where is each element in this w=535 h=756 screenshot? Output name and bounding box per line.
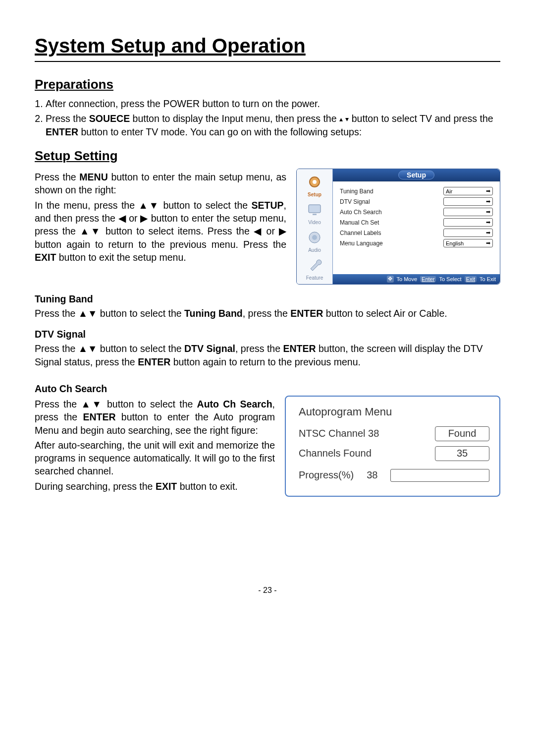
menu-bold: MENU <box>79 172 107 182</box>
osd-cat-audio-label: Audio <box>308 247 321 253</box>
svg-rect-2 <box>309 205 321 213</box>
svg-point-5 <box>312 235 317 240</box>
dtv-signal-text: Press the ▲▼ button to select the DTV Si… <box>35 342 500 368</box>
osd-row-label: Auto Ch Search <box>340 209 382 216</box>
autoprogram-row2-value-box: 35 <box>435 446 489 461</box>
t: button to exit the setup menu. <box>56 252 186 263</box>
osd-footer: ✥ To Move Enter To Select Exit To Exit <box>333 274 500 284</box>
osd-row-label: Manual Ch Set <box>340 219 379 226</box>
subhead-dtv-signal: DTV Signal <box>35 329 500 340</box>
osd-row-label: DTV Signal <box>340 198 370 205</box>
osd-row-label: Channel Labels <box>340 230 381 236</box>
progress-bar <box>390 469 489 482</box>
osd-cat-feature-label: Feature <box>306 275 323 281</box>
svg-rect-3 <box>313 214 317 215</box>
t: Press the <box>35 172 79 182</box>
wrench-icon <box>304 256 325 274</box>
prep-item-1-text: After connection, press the POWER button… <box>46 98 320 109</box>
osd-row-label: Menu Language <box>340 240 383 247</box>
t: button to enter TV mode. You can go on w… <box>78 126 362 137</box>
osd-value-box[interactable]: ➡ <box>443 218 493 227</box>
osd-cat-video[interactable]: Video <box>301 200 328 226</box>
arrow-right-icon: ➡ <box>486 188 490 194</box>
title-rule <box>35 61 500 62</box>
arrow-right-icon: ➡ <box>486 198 490 205</box>
osd-cat-setup[interactable]: Setup <box>301 172 328 198</box>
auto-ch-text-3: During searching, press the EXIT button … <box>35 480 275 493</box>
subhead-tuning-band: Tuning Band <box>35 293 500 305</box>
b: DTV Signal <box>184 343 235 354</box>
autoprogram-row1-value-box: Found <box>435 426 489 441</box>
osd-autoprogram-figure: Autoprogram Menu NTSC Channel 38 Found C… <box>285 396 500 497</box>
osd-setup-figure: Setup Video Audio <box>296 169 500 285</box>
tuning-band-text: Press the ▲▼ button to select the Tuning… <box>35 307 500 320</box>
prep-item-2: Press the SOUECE button to display the I… <box>46 112 500 138</box>
osd-cat-feature[interactable]: Feature <box>301 255 328 281</box>
arrow-right-icon: ➡ <box>486 219 490 226</box>
up-small-icon: ▴ <box>339 116 343 123</box>
page-number: - 23 - <box>35 586 500 595</box>
t: Press the ▲▼ button to select the <box>35 343 184 354</box>
subhead-auto-ch: Auto Ch Search <box>35 383 500 395</box>
setup-para-1: Press the MENU button to enter the main … <box>35 171 286 197</box>
osd-row-dtv-signal[interactable]: DTV Signal ➡ <box>340 197 493 206</box>
section-setup-setting: Setup Setting <box>35 148 500 164</box>
t: button to display the Input menu, then p… <box>130 113 339 124</box>
t: Press the ▲▼ button to select the <box>35 399 197 409</box>
osd-row-menu-language[interactable]: Menu Language English➡ <box>340 239 493 248</box>
t: button to exit. <box>177 481 238 492</box>
osd-value-text: Air <box>446 188 452 194</box>
osd-footer-move: To Move <box>397 276 418 282</box>
osd-sidebar: Setup Video Audio <box>297 169 333 284</box>
gear-icon <box>304 173 325 191</box>
osd-row-label: Tuning Band <box>340 188 374 195</box>
speaker-icon <box>304 229 325 246</box>
monitor-icon <box>304 201 325 219</box>
osd-footer-enter-tag: Enter <box>420 276 436 282</box>
osd-value-box[interactable]: ➡ <box>443 229 493 237</box>
osd-row-tuning-band[interactable]: Tuning Band Air➡ <box>340 187 493 196</box>
autoprogram-row2-value: 35 <box>457 448 468 459</box>
osd-row-channel-labels[interactable]: Channel Labels ➡ <box>340 229 493 237</box>
autoprogram-row-found: Channels Found 35 <box>299 446 489 461</box>
osd-cat-audio[interactable]: Audio <box>301 228 328 253</box>
osd-rows: Tuning Band Air➡ DTV Signal ➡ Auto Ch Se… <box>333 181 500 274</box>
osd-value-box[interactable]: Air➡ <box>443 187 493 195</box>
osd-footer-select: To Select <box>439 276 461 282</box>
osd-value-text: English <box>446 240 464 246</box>
t: In the menu, press the ▲▼ button to sele… <box>35 200 252 211</box>
t: Press the <box>46 113 89 124</box>
setup-bold: SETUP <box>252 200 284 211</box>
t: button to select TV and press the <box>349 113 493 124</box>
b: ENTER <box>138 356 170 367</box>
t: button again to return to the previous m… <box>170 356 361 367</box>
autoprogram-title: Autoprogram Menu <box>299 406 489 418</box>
t: , press the <box>243 308 290 319</box>
autoprogram-row-channel: NTSC Channel 38 Found <box>299 426 489 441</box>
arrow-right-icon: ➡ <box>486 230 490 236</box>
prep-item-1: After connection, press the POWER button… <box>46 97 500 110</box>
autoprogram-progress-row: Progress(%) 38 <box>299 469 489 482</box>
osd-cat-setup-label: Setup <box>308 192 321 197</box>
osd-value-box[interactable]: ➡ <box>443 197 493 206</box>
b: ENTER <box>83 411 115 422</box>
osd-footer-exit-tag: Exit <box>465 276 477 282</box>
t: button to select Air or Cable. <box>323 308 447 319</box>
osd-title-text: Setup <box>398 171 434 179</box>
autoprogram-row1-value: Found <box>448 428 477 439</box>
autoprogram-row1-label: NTSC Channel 38 <box>299 428 379 439</box>
exit-bold: EXIT <box>35 252 56 263</box>
osd-cat-video-label: Video <box>308 220 321 225</box>
dpad-icon: ✥ <box>387 276 394 283</box>
osd-value-box[interactable]: English➡ <box>443 239 493 247</box>
autoprogram-progress-value: 38 <box>367 469 377 481</box>
osd-value-box[interactable]: ➡ <box>443 208 493 216</box>
section-preparations: Preparations <box>35 77 500 92</box>
preparations-list: After connection, press the POWER button… <box>35 97 500 138</box>
t: During searching, press the <box>35 481 156 492</box>
auto-ch-text-1: Press the ▲▼ button to select the Auto C… <box>35 398 275 437</box>
b: ENTER <box>283 343 316 354</box>
arrow-right-icon: ➡ <box>486 240 490 246</box>
osd-row-auto-ch-search[interactable]: Auto Ch Search ➡ <box>340 208 493 217</box>
osd-row-manual-ch-set[interactable]: Manual Ch Set ➡ <box>340 218 493 227</box>
